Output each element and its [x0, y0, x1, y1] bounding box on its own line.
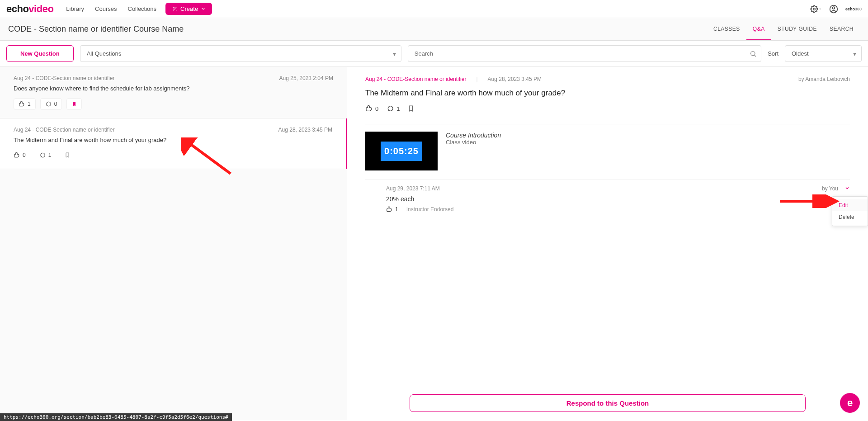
tab-qa[interactable]: Q&A	[746, 19, 771, 40]
svg-point-0	[813, 8, 816, 10]
question-text: Does anyone know where to find the sched…	[14, 85, 333, 92]
tab-classes[interactable]: CLASSES	[707, 19, 746, 40]
like-button[interactable]: 1	[14, 98, 36, 110]
respond-button[interactable]: Respond to this Question	[410, 394, 806, 412]
like-button[interactable]: 0	[365, 105, 378, 112]
wand-icon	[172, 6, 178, 12]
response-date: Aug 29, 2023 7:11 AM	[374, 185, 440, 192]
tab-search[interactable]: SEARCH	[823, 19, 860, 40]
media-title: Course Introduction	[446, 132, 501, 139]
media-subtitle: Class video	[446, 139, 501, 146]
svg-point-3	[751, 51, 755, 55]
menu-edit[interactable]: Edit	[832, 199, 868, 211]
video-timestamp: 0:05:25	[384, 146, 419, 156]
create-button[interactable]: Create	[165, 3, 212, 15]
logo[interactable]: echovideo	[6, 3, 53, 15]
svg-point-2	[832, 7, 835, 9]
filter-select[interactable]: All Questions	[80, 45, 401, 62]
comment-button[interactable]: 1	[387, 105, 400, 112]
detail-author: by Amanda Leibovich	[798, 76, 850, 82]
chevron-down-icon	[201, 6, 206, 11]
question-text: The Midterm and Final are worth how much…	[14, 137, 332, 143]
comment-button[interactable]: 0	[40, 98, 62, 110]
response-author: by You	[822, 185, 838, 192]
question-source: Aug 24 - CODE-Section name or identifier	[14, 75, 114, 81]
response-text: 20% each	[374, 195, 850, 203]
search-icon	[750, 50, 757, 57]
endorsed-label: Instructor Endorsed	[406, 206, 454, 213]
question-item[interactable]: Aug 24 - CODE-Section name or identifier…	[0, 67, 347, 118]
detail-date: Aug 28, 2023 3:45 PM	[488, 76, 542, 82]
tab-study[interactable]: STUDY GUIDE	[771, 19, 823, 40]
video-thumbnail[interactable]: 0:05:25	[365, 132, 438, 170]
detail-title: The Midterm and Final are worth how much…	[365, 89, 850, 98]
nav-collections[interactable]: Collections	[128, 5, 157, 12]
question-source: Aug 24 - CODE-Section name or identifier	[14, 127, 114, 133]
help-float-button[interactable]: e	[840, 393, 860, 413]
like-button[interactable]: 0	[14, 150, 30, 161]
like-button[interactable]: 1	[386, 206, 398, 213]
new-question-button[interactable]: New Question	[6, 45, 74, 62]
logo-echo: echo	[6, 3, 28, 14]
response-menu-toggle[interactable]	[844, 185, 850, 192]
create-label: Create	[180, 5, 198, 12]
course-title: CODE - Section name or identifier Course…	[8, 24, 184, 34]
bookmark-filled-icon	[71, 101, 77, 107]
profile-icon[interactable]	[829, 5, 838, 14]
nav-library[interactable]: Library	[66, 5, 84, 12]
mini-logo[interactable]: echo360	[845, 7, 862, 11]
bookmark-button[interactable]	[60, 150, 75, 161]
settings-icon[interactable]	[810, 5, 822, 13]
nav-courses[interactable]: Courses	[95, 5, 117, 12]
sort-label: Sort	[768, 50, 778, 57]
detail-source[interactable]: Aug 24 - CODE-Section name or identifier	[365, 76, 466, 82]
sort-select[interactable]: Oldest	[785, 45, 862, 62]
comment-button[interactable]: 1	[35, 150, 56, 161]
search-input[interactable]	[408, 45, 761, 62]
question-item[interactable]: Aug 24 - CODE-Section name or identifier…	[0, 118, 347, 169]
status-bar-url: https://echo360.org/section/bab2be83-048…	[0, 413, 232, 420]
bookmark-outline-icon	[65, 152, 70, 158]
bookmark-button[interactable]	[408, 105, 414, 112]
question-date: Aug 28, 2023 3:45 PM	[278, 127, 332, 133]
menu-delete[interactable]: Delete	[832, 211, 868, 223]
bookmark-button[interactable]	[66, 98, 82, 110]
response-menu: Edit Delete	[832, 196, 868, 226]
logo-video: video	[28, 3, 53, 14]
question-date: Aug 25, 2023 2:04 PM	[279, 75, 333, 81]
